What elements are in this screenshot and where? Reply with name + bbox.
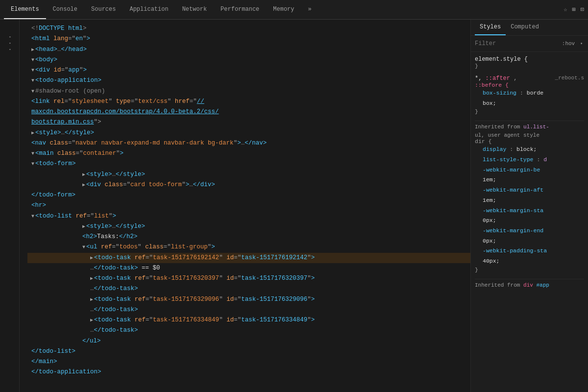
line-task2-close: …</todo-task>	[27, 284, 470, 294]
line-ul: <ul ref="todos" class="list-group">	[27, 242, 470, 252]
styles-panel: Styles Computed :hov · element.style { }	[470, 20, 588, 392]
line-div-app: <div id="app">	[27, 65, 470, 75]
dom-panel[interactable]: <!DOCTYPE html> <html lang="en"> <head>……	[20, 20, 470, 392]
line-link-url: maxcdn.bootstrapcdn.com/bootstrap/4.0.0-…	[27, 107, 470, 117]
tab-performance[interactable]: Performance	[214, 0, 266, 19]
filter-input[interactable]	[475, 40, 558, 47]
line-task2: <todo-task ref="task-1517176320397" id="…	[27, 273, 470, 284]
line-nav: <nav class="navbar navbar-expand-md navb…	[27, 138, 470, 148]
webkit-margin-aft-prop: -webkit-margin-aft	[475, 185, 584, 196]
user-agent-block: ul, user agent style dir { display : blo…	[475, 132, 584, 272]
line-h2: <h2>Tasks:</h2>	[27, 232, 470, 242]
display-prop: display : block;	[475, 145, 584, 155]
line-todo-list-close: </todo-list>	[27, 346, 470, 357]
toolbar-right: ☆ ⊞ ⊡	[564, 6, 584, 13]
line-task4: <todo-task ref="task-1517176334849" id="…	[27, 315, 470, 325]
inherited-label-div: Inherited from div #app	[475, 279, 584, 288]
tab-styles[interactable]: Styles	[475, 20, 506, 35]
box-sizing-prop: box-sizing : borde	[475, 88, 584, 98]
universal-selector-header: *, ::after , _reboot.s	[475, 75, 584, 82]
line-body: <body>	[27, 55, 470, 65]
tab-console[interactable]: Console	[46, 0, 84, 19]
line-todo-app: <todo-application>	[27, 75, 470, 86]
filter-dot: ·	[579, 39, 584, 49]
dom-content: <!DOCTYPE html> <html lang="en"> <head>……	[20, 24, 470, 378]
box-val: box;	[475, 98, 584, 109]
list-style-type-prop: list-style-type : d	[475, 155, 584, 165]
line-main-close: </main>	[27, 357, 470, 367]
element-style-selector: element.style {	[475, 56, 584, 63]
tab-more[interactable]: »	[301, 0, 318, 19]
line-style-1: <style>…</style>	[27, 128, 470, 138]
line-todo-list: <todo-list ref="list">	[27, 211, 470, 221]
line-todo-app-close: </todo-application>	[27, 367, 470, 377]
devtools-toolbar: Elements Console Sources Application Net…	[0, 0, 588, 20]
left-strip: ···	[0, 20, 20, 392]
line-link: <link rel="stylesheet" type="text/css" h…	[27, 97, 470, 107]
line-style-2: <style>…</style>	[27, 170, 470, 180]
line-hr: <hr>	[27, 200, 470, 211]
tab-network[interactable]: Network	[175, 0, 214, 19]
webkit-margin-end-prop: -webkit-margin-end	[475, 226, 584, 236]
inherited-label-ul: Inherited from ul.list-	[475, 121, 584, 130]
window-icon[interactable]: ⊡	[581, 6, 584, 13]
side-dots: ···	[5, 34, 15, 53]
element-style-block: element.style { }	[475, 56, 584, 69]
tab-sources[interactable]: Sources	[84, 0, 122, 19]
tab-computed[interactable]: Computed	[506, 20, 544, 35]
line-task1-close: …</todo-task> == $0	[27, 263, 470, 273]
styles-tabs: Styles Computed	[471, 20, 588, 36]
tab-bar: Elements Console Sources Application Net…	[4, 0, 318, 19]
tab-memory[interactable]: Memory	[266, 0, 301, 19]
line-link-close: bootstrap.min.css">	[27, 117, 470, 127]
line-task4-close: …</todo-task>	[27, 325, 470, 336]
line-html: <html lang="en">	[27, 34, 470, 44]
universal-selector-block: *, ::after , _reboot.s ::before { box-si…	[475, 75, 584, 115]
main-layout: ··· <!DOCTYPE html> <html lang="en"> <he…	[0, 20, 588, 392]
line-ul-close: </ul>	[27, 336, 470, 346]
styles-content: element.style { } *, ::after , _reboot.s	[471, 52, 588, 392]
line-todo-form-close: </todo-form>	[27, 190, 470, 200]
bookmark-icon[interactable]: ⊞	[572, 6, 576, 13]
line-task3-close: …</todo-task>	[27, 305, 470, 315]
filter-bar: :hov ·	[471, 36, 588, 52]
line-shadow-root: #shadow-root (open)	[27, 86, 470, 97]
webkit-margin-be-prop: -webkit-margin-be	[475, 165, 584, 175]
filter-hov: :hov	[562, 41, 575, 47]
webkit-padding-sta-prop: -webkit-padding-sta	[475, 246, 584, 256]
star-icon[interactable]: ☆	[564, 6, 567, 13]
tab-elements[interactable]: Elements	[4, 0, 46, 19]
tab-application[interactable]: Application	[122, 0, 175, 19]
webkit-margin-sta-prop: -webkit-margin-sta	[475, 206, 584, 216]
line-task1: <todo-task ref="task-1517176192142" id="…	[27, 253, 470, 263]
line-div-card: <div class="card todo-form">…</div>	[27, 180, 470, 190]
line-main: <main class="container">	[27, 148, 470, 159]
line-head: <head>…</head>	[27, 45, 470, 55]
line-doctype: <!DOCTYPE html>	[27, 24, 470, 34]
line-task3: <todo-task ref="task-1517176329096" id="…	[27, 294, 470, 305]
line-todo-form-open: <todo-form>	[27, 159, 470, 169]
line-style-3: <style>…</style>	[27, 221, 470, 232]
